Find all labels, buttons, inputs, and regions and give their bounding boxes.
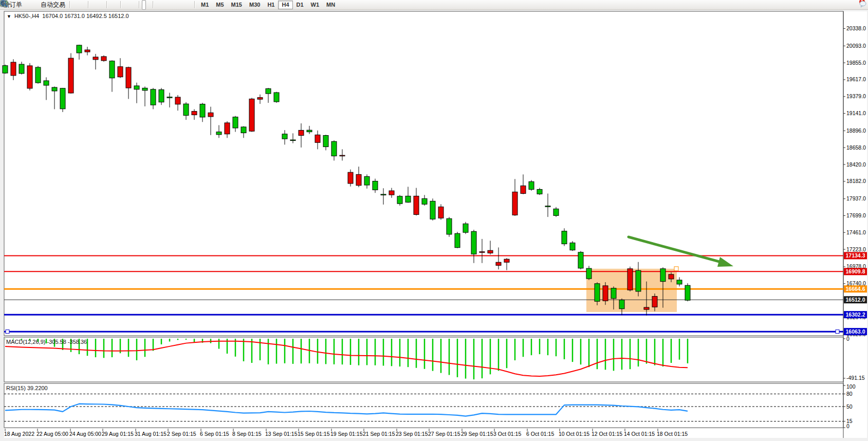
line-handle-right[interactable] xyxy=(836,330,839,334)
cursor-tool-button[interactable] xyxy=(142,0,146,10)
candle-body xyxy=(315,135,320,142)
candle-body xyxy=(677,280,682,284)
candle-body xyxy=(159,90,164,102)
timeframe-group: M1M5M15M30H1H4D1W1MN xyxy=(197,1,339,9)
candle-body xyxy=(11,62,16,76)
time-tick-label: 24 Aug 05:00 xyxy=(69,431,101,437)
candle-body xyxy=(299,130,304,135)
level-label-text: 16063.0 xyxy=(846,328,865,335)
bar-chart-mode-button[interactable] xyxy=(72,0,77,10)
candle-body xyxy=(652,297,657,307)
auto-trading-button[interactable]: 自动交易 xyxy=(39,0,67,10)
arrows-tool[interactable] xyxy=(188,0,192,10)
rsi-indicator-label: RSI(15) 39.2200 xyxy=(6,385,48,391)
time-tick-label: 29 Aug 01:15 xyxy=(102,431,134,437)
time-tick-label: 29 Sep 01:15 xyxy=(461,431,493,437)
macd-indicator-label: MACD(12,26,9) -305.58 -358.36 xyxy=(6,339,87,345)
time-tick-label: 6 Oct 01:15 xyxy=(526,431,554,437)
candle-body xyxy=(389,191,394,195)
time-tick-label: 3 Oct 01:15 xyxy=(493,431,521,437)
time-tick-label: 14 Oct 01:15 xyxy=(624,431,655,437)
candle-body xyxy=(167,97,172,98)
timeframe-mn-button[interactable]: MN xyxy=(323,1,339,9)
period-button[interactable] xyxy=(128,0,132,10)
zone-box-handle[interactable] xyxy=(674,267,678,271)
search-button[interactable] xyxy=(852,0,856,10)
separator xyxy=(153,1,154,8)
low-value: 16492.5 xyxy=(86,13,107,19)
close-value: 16512.0 xyxy=(108,13,129,19)
data-window-button[interactable] xyxy=(29,0,33,10)
timeframe-m5-button[interactable]: M5 xyxy=(212,1,227,9)
candle-body xyxy=(553,209,559,215)
candle-body xyxy=(323,136,328,147)
time-tick-label: 18 Aug 2022 xyxy=(4,431,34,437)
strategy-tester-button[interactable] xyxy=(34,0,38,10)
candle-body xyxy=(488,250,493,253)
candle-body xyxy=(512,192,518,215)
text-tool[interactable]: A xyxy=(179,0,183,10)
price-tick-label: 17461.0 xyxy=(846,229,866,235)
text-label-tool[interactable]: T xyxy=(183,0,188,10)
equidistant-channel-tool[interactable]: E xyxy=(170,0,174,10)
candle-body xyxy=(414,196,419,214)
crosshair-tool-button[interactable] xyxy=(146,0,151,10)
fibonacci-tool[interactable]: F xyxy=(174,0,178,10)
market-watch-button[interactable] xyxy=(25,0,29,10)
time-tick-label: 6 Sep 01:15 xyxy=(200,431,229,437)
chart-canvas[interactable]: 20338.020093.019855.019617.019379.019141… xyxy=(0,0,868,441)
price-tick-label: 19141.0 xyxy=(846,110,866,116)
candle-body xyxy=(463,224,468,232)
timeframe-w1-button[interactable]: W1 xyxy=(307,1,323,9)
timeframe-h1-button[interactable]: H1 xyxy=(264,1,278,9)
chart-shift-button[interactable] xyxy=(114,0,118,10)
level-label-text: 16512.0 xyxy=(846,297,865,303)
line-chart-mode-button[interactable] xyxy=(82,0,86,10)
trendline-tool[interactable] xyxy=(165,0,169,10)
one-click-trading-toggle[interactable]: ▼ xyxy=(7,14,11,19)
candle-body xyxy=(471,231,476,254)
price-tick-label: 17223.0 xyxy=(846,246,866,252)
timeframe-m30-button[interactable]: M30 xyxy=(246,1,264,9)
candle-body xyxy=(290,140,296,141)
high-value: 16731.0 xyxy=(64,13,85,19)
time-tick-label: 22 Aug 05:00 xyxy=(36,431,68,437)
timeframe-m1-button[interactable]: M1 xyxy=(197,1,212,9)
candle-body xyxy=(60,88,65,109)
indicators-button[interactable] xyxy=(133,0,137,10)
level-label-text: 16664.6 xyxy=(846,286,865,292)
horizontal-line-tool[interactable] xyxy=(160,0,164,10)
timeframe-m15-button[interactable]: M15 xyxy=(228,1,246,9)
toolbar: 新订单 自动交易 xyxy=(0,0,868,10)
candle-body xyxy=(430,201,435,219)
timeframe-h4-button[interactable]: H4 xyxy=(278,1,292,9)
new-chart-button[interactable] xyxy=(123,0,127,10)
candle-body xyxy=(455,233,460,247)
price-tick-label: 20338.0 xyxy=(846,25,866,31)
auto-trading-label: 自动交易 xyxy=(41,1,65,9)
candle-body xyxy=(422,198,427,204)
candle-body xyxy=(44,81,49,85)
candle-body xyxy=(200,104,205,117)
timeframe-d1-button[interactable]: D1 xyxy=(293,1,307,9)
candle-body xyxy=(669,274,674,279)
tile-windows-button[interactable] xyxy=(100,0,104,10)
candle-body xyxy=(545,206,550,207)
candle-body xyxy=(126,67,131,88)
chart-title-overlay: ▼HK50-,H4 16704.0 16731.0 16492.5 16512.… xyxy=(7,13,129,19)
price-tick-label: 18420.0 xyxy=(846,161,866,168)
line-handle-left[interactable] xyxy=(6,330,9,334)
zoom-in-button[interactable] xyxy=(91,0,95,10)
zoom-out-button[interactable] xyxy=(96,0,100,10)
time-tick-label: 2 Sep 01:15 xyxy=(167,431,196,437)
candle-chart-mode-button[interactable] xyxy=(77,0,81,10)
price-tick-label: 19855.0 xyxy=(846,60,866,66)
candle-body xyxy=(208,113,213,117)
candle-body xyxy=(266,88,271,94)
vertical-line-tool[interactable] xyxy=(156,0,160,10)
candle-body xyxy=(644,307,649,309)
price-tick-label: 19379.0 xyxy=(846,93,866,99)
auto-scroll-button[interactable] xyxy=(109,0,114,10)
price-tick-label: 18658.0 xyxy=(846,144,866,151)
notifications-button[interactable]: 1 xyxy=(859,0,863,10)
